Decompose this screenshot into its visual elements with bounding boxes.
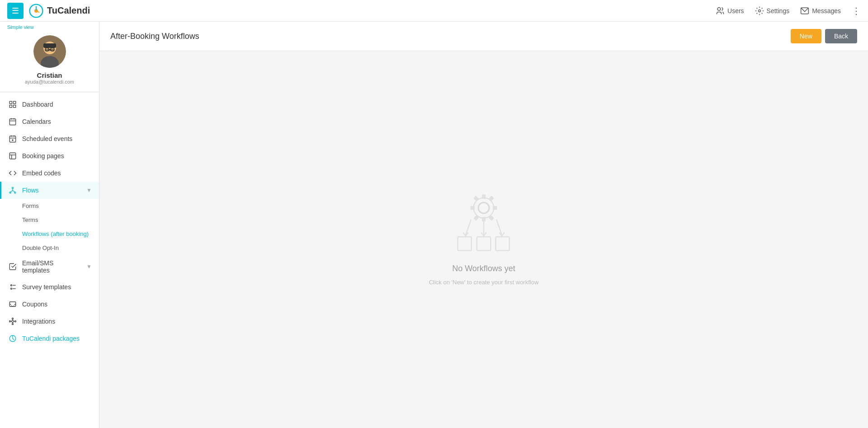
user-name: Cristian <box>37 71 62 79</box>
empty-subtitle: Click on 'New' to create your first work… <box>429 279 539 286</box>
sidebar-item-survey[interactable]: Survey templates <box>0 278 99 296</box>
sidebar-item-integrations[interactable]: Integrations <box>0 313 99 330</box>
empty-title: No Workflows yet <box>452 264 515 273</box>
svg-point-55 <box>478 202 489 213</box>
sidebar-item-embed-codes[interactable]: Embed codes <box>0 165 99 182</box>
users-label: Users <box>727 7 744 14</box>
new-button[interactable]: New <box>791 29 821 43</box>
layout: Simple view Cristian ayuda@tucalendi.com <box>0 22 868 428</box>
svg-line-35 <box>10 191 13 192</box>
survey-icon <box>9 283 17 291</box>
main-body: No Workflows yet Click on 'New' to creat… <box>99 51 868 428</box>
messages-link[interactable]: Messages <box>800 6 841 15</box>
scheduled-events-label: Scheduled events <box>22 135 92 142</box>
hamburger-button[interactable]: ☰ <box>7 3 24 19</box>
main-content: After-Booking Workflows New Back <box>99 22 868 428</box>
packages-label: TuCalendi packages <box>22 335 92 342</box>
email-sms-arrow: ▼ <box>86 263 92 270</box>
svg-point-27 <box>12 140 13 141</box>
calendars-label: Calendars <box>22 118 92 125</box>
settings-icon <box>755 6 764 15</box>
booking-pages-icon <box>9 152 17 160</box>
avatar <box>33 35 66 68</box>
svg-rect-19 <box>9 119 16 125</box>
forms-label: Forms <box>22 202 39 209</box>
sidebar-subitem-double-opt-in[interactable]: Double Opt-In <box>0 241 99 255</box>
svg-point-48 <box>12 324 14 325</box>
settings-label: Settings <box>767 7 790 14</box>
svg-point-47 <box>12 318 14 320</box>
svg-rect-18 <box>14 105 16 108</box>
coupons-icon <box>9 300 17 308</box>
dashboard-icon <box>9 100 17 108</box>
double-opt-in-label: Double Opt-In <box>22 245 59 251</box>
sidebar-item-flows[interactable]: Flows ▼ <box>0 182 99 199</box>
svg-point-5 <box>758 9 760 12</box>
sidebar-subitem-forms[interactable]: Forms <box>0 199 99 213</box>
topnav-left: ☰ TuCalendi <box>7 3 90 19</box>
svg-rect-28 <box>9 153 16 159</box>
survey-label: Survey templates <box>22 283 92 291</box>
back-button[interactable]: Back <box>825 29 857 43</box>
user-section: Cristian ayuda@tucalendi.com <box>0 30 99 92</box>
users-link[interactable]: Users <box>716 6 744 15</box>
email-sms-label: Email/SMS templates <box>22 259 81 274</box>
svg-point-32 <box>9 192 11 193</box>
flows-icon <box>9 186 17 194</box>
svg-rect-60 <box>489 196 494 201</box>
embed-codes-label: Embed codes <box>22 169 92 177</box>
flows-label: Flows <box>22 187 81 194</box>
sidebar-item-calendars[interactable]: Calendars <box>0 113 99 130</box>
sidebar-item-packages[interactable]: TuCalendi packages <box>0 330 99 347</box>
logo-icon <box>29 4 43 18</box>
sidebar: Simple view Cristian ayuda@tucalendi.com <box>0 22 99 428</box>
no-workflows-illustration <box>448 193 520 257</box>
sidebar-item-coupons[interactable]: Coupons <box>0 296 99 313</box>
integrations-label: Integrations <box>22 318 92 325</box>
main-header: After-Booking Workflows New Back <box>99 22 868 51</box>
svg-point-33 <box>14 192 16 193</box>
sidebar-subitem-workflows[interactable]: Workflows (after booking) <box>0 227 99 241</box>
page-title: After-Booking Workflows <box>110 32 199 41</box>
logo-text: TuCalendi <box>47 5 90 16</box>
dashboard-label: Dashboard <box>22 101 92 108</box>
sidebar-item-dashboard[interactable]: Dashboard <box>0 96 99 113</box>
packages-icon <box>9 334 17 343</box>
svg-rect-10 <box>43 43 56 48</box>
svg-line-36 <box>13 191 15 192</box>
integrations-icon <box>9 317 17 325</box>
svg-rect-23 <box>9 136 16 142</box>
svg-point-45 <box>9 321 11 322</box>
empty-state: No Workflows yet Click on 'New' to creat… <box>429 193 539 286</box>
svg-rect-56 <box>482 194 486 199</box>
logo: TuCalendi <box>29 4 90 18</box>
sidebar-item-scheduled-events[interactable]: Scheduled events <box>0 130 99 147</box>
messages-icon <box>800 6 809 15</box>
flows-arrow: ▼ <box>86 187 92 193</box>
settings-link[interactable]: Settings <box>755 6 790 15</box>
sidebar-subitem-terms[interactable]: Terms <box>0 213 99 227</box>
svg-rect-15 <box>9 101 12 103</box>
svg-rect-67 <box>458 237 471 250</box>
svg-rect-17 <box>9 105 12 108</box>
sidebar-item-email-sms[interactable]: Email/SMS templates ▼ <box>0 255 99 278</box>
svg-point-4 <box>717 7 721 10</box>
svg-rect-61 <box>473 196 479 201</box>
workflows-label: Workflows (after booking) <box>22 230 89 237</box>
sidebar-nav: Dashboard Calendars Scheduled events <box>0 92 99 428</box>
topnav: ☰ TuCalendi Users Settings <box>0 0 868 22</box>
booking-pages-label: Booking pages <box>22 152 92 160</box>
scheduled-events-icon <box>9 135 17 143</box>
empty-icon <box>448 193 520 259</box>
svg-rect-68 <box>477 237 491 250</box>
sidebar-item-booking-pages[interactable]: Booking pages <box>0 147 99 165</box>
users-icon <box>716 6 725 15</box>
svg-rect-69 <box>495 237 509 250</box>
svg-point-37 <box>11 285 12 286</box>
simple-view-label: Simple view <box>0 22 99 30</box>
more-button[interactable]: ⋮ <box>852 5 861 16</box>
user-email: ayuda@tucalendi.com <box>25 79 74 85</box>
calendars-icon <box>9 118 17 126</box>
svg-rect-58 <box>493 206 497 210</box>
email-sms-icon <box>9 263 17 271</box>
